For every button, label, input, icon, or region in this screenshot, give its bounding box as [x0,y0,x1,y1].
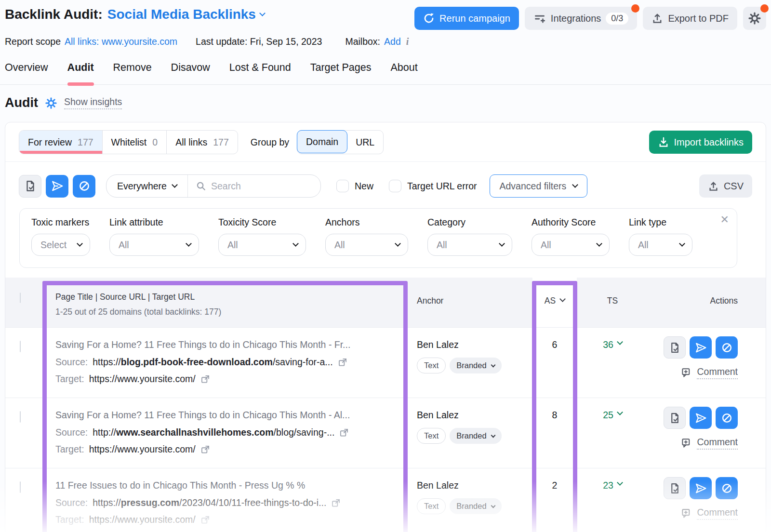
segment-for-review[interactable]: For review 177 [19,131,102,154]
source-label: Source: [55,497,88,508]
source-url[interactable]: https://blog.pdf-book-free-download.com/… [93,357,332,368]
row-checkbox[interactable] [20,411,21,423]
segment-for-review-label: For review [28,137,72,148]
disavow-button[interactable] [73,175,95,198]
whitelist-row-button[interactable] [664,477,686,499]
sort-chevron-icon [559,296,566,302]
toxic-markers-select[interactable]: Select [31,234,90,256]
remove-row-button[interactable] [690,477,712,499]
table-count-summary: 1-25 out of 25 domains (total backlinks:… [55,307,412,317]
comment-link[interactable]: Comment [648,437,738,450]
advanced-filters-label: Advanced filters [500,181,567,192]
table-row: 11 Free Issues to do in Chicago This Mon… [5,468,766,532]
search-input[interactable] [211,181,313,192]
close-icon[interactable]: ✕ [720,214,729,225]
chevron-down-icon [172,182,178,188]
whitelist-row-button[interactable] [664,407,686,429]
external-link-icon[interactable] [338,358,347,367]
info-icon[interactable]: i [405,36,411,47]
table-row: Saving For a Home? 11 Free Things to do … [5,398,766,468]
report-scope-link[interactable]: All links: www.yoursite.com [65,36,177,47]
anchor-type-dropdown[interactable]: Branded [450,498,501,514]
segment-all-links[interactable]: All links 177 [166,131,238,154]
anchor-text: Ben Lalez [417,410,532,421]
toxicity-score-select[interactable]: All [218,234,306,256]
category-select[interactable]: All [427,234,512,256]
chevron-down-icon [596,240,602,247]
tab-target-pages[interactable]: Target Pages [310,62,372,84]
external-link-icon[interactable] [200,515,210,525]
source-url[interactable]: http://www.searchallnashvillehomes.com/b… [93,427,334,438]
campaign-selector[interactable]: Social Media Backlinks [107,7,265,22]
external-link-icon[interactable] [339,428,349,438]
source-url[interactable]: https://pressug.com/2023/04/10/11-free-t… [93,497,326,508]
external-link-icon[interactable] [331,498,341,508]
page-title-prefix: Backlink Audit: [5,7,103,22]
tab-disavow[interactable]: Disavow [171,62,210,84]
segment-whitelist[interactable]: Whitelist 0 [102,131,167,154]
export-csv-label: CSV [724,181,744,192]
insights-gear-icon[interactable] [45,97,57,109]
settings-button[interactable] [743,7,766,30]
group-by-url[interactable]: URL [347,131,383,154]
tab-overview[interactable]: Overview [5,62,48,84]
target-url[interactable]: https://www.yoursite.com/ [89,373,196,385]
target-url[interactable]: https://www.yoursite.com/ [89,514,196,525]
import-backlinks-button[interactable]: Import backlinks [649,131,753,154]
tab-audit[interactable]: Audit [67,62,94,84]
group-by-control: Group by Domain URL [251,130,384,154]
comment-link[interactable]: Comment [648,507,738,520]
filter-toxicity-score: Toxicity Score All [218,217,306,256]
tab-lost-found[interactable]: Lost & Found [229,62,291,84]
tab-remove[interactable]: Remove [113,62,152,84]
search-scope-select[interactable]: Everywhere [106,175,188,197]
segment-whitelist-count: 0 [152,137,158,148]
export-csv-button[interactable]: CSV [699,174,752,198]
disavow-row-button[interactable] [716,336,738,359]
comment-label: Comment [697,437,738,450]
tab-about[interactable]: About [390,62,417,84]
report-scope-row: Report scope All links: www.yoursite.com… [5,36,766,47]
mailbox-add-link[interactable]: Add [384,36,401,47]
checkbox-icon [336,180,349,192]
table-header: Page Title | Source URL | Target URL 1-2… [5,278,766,327]
chevron-down-icon [499,240,505,247]
anchor-type-dropdown[interactable]: Branded [450,358,501,373]
comment-link[interactable]: Comment [648,366,738,379]
disavow-row-button[interactable] [716,477,738,499]
link-attribute-select[interactable]: All [109,234,199,256]
target-url-error-checkbox[interactable]: Target URL error [389,180,477,192]
show-insights-link[interactable]: Show insights [64,96,122,109]
rerun-campaign-button[interactable]: Rerun campaign [414,7,519,30]
remove-row-button[interactable] [690,336,712,359]
backlinks-table: Page Title | Source URL | Target URL 1-2… [5,278,766,532]
integrations-button[interactable]: Integrations 0/3 [525,7,638,30]
target-url[interactable]: https://www.yoursite.com/ [89,444,196,455]
row-checkbox[interactable] [20,341,21,352]
target-label: Target: [55,514,84,525]
select-all-checkbox[interactable] [20,293,21,303]
authority-score-select[interactable]: All [532,234,610,256]
move-to-remove-button[interactable] [46,175,68,198]
page-title: Saving For a Home? 11 Free Things to do … [55,339,398,350]
toxicity-score-dropdown[interactable]: 23 [603,480,622,491]
external-link-icon[interactable] [200,374,210,384]
export-pdf-button[interactable]: Export to PDF [643,7,737,30]
anchors-select[interactable]: All [325,234,408,256]
toxicity-score-dropdown[interactable]: 25 [603,410,622,421]
remove-row-button[interactable] [690,407,712,429]
link-type-select[interactable]: All [629,234,692,256]
whitelist-row-button[interactable] [664,336,686,359]
chevron-down-icon [491,362,495,367]
row-checkbox[interactable] [20,481,21,493]
paper-plane-icon [695,412,707,424]
move-to-whitelist-button[interactable] [19,175,41,198]
disavow-row-button[interactable] [716,407,738,429]
new-filter-checkbox[interactable]: New [336,180,373,192]
advanced-filters-dropdown[interactable]: Advanced filters [490,174,588,198]
toxicity-score-dropdown[interactable]: 36 [603,339,622,350]
col-as-header[interactable]: AS [532,278,577,327]
external-link-icon[interactable] [200,445,210,454]
anchor-type-dropdown[interactable]: Branded [450,428,501,444]
group-by-domain[interactable]: Domain [297,130,347,153]
